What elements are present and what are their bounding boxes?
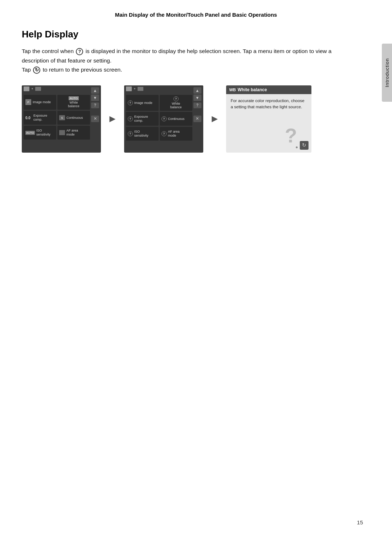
cam2-cell-iso: ? ISOsensitivity [126, 127, 159, 141]
cam1-cell-iso: AUTO ISOsensitivity [24, 126, 56, 140]
section-title: Help Display [22, 29, 363, 40]
cam2-img-mode-label: Image mode [134, 101, 152, 105]
description-paragraph: Tap the control when ? is displayed in t… [22, 47, 338, 74]
cam2-cont-label: Continuous [168, 117, 185, 121]
sidebar-tab: Introduction [382, 44, 392, 102]
cam1-cell-exposure: 0.0 Exposurecomp. [24, 111, 56, 125]
arrow-1: ► [107, 113, 118, 125]
cam1-q-btn[interactable]: ? [91, 102, 99, 108]
cam1-grid: P Image mode AUTO Whitebalance 0.0 Expos… [22, 93, 101, 142]
cam2-down-btn[interactable]: ▼ [193, 94, 201, 101]
cam1-cell-af: AF areamode [57, 126, 90, 140]
cam1-nav-col: ▲ ▼ ? ✕ [91, 87, 99, 122]
cam2-q-exp: ? [128, 116, 133, 121]
cam1-cell-image-mode: P Image mode [24, 95, 56, 110]
help-screen: WB White balance For accurate color repr… [226, 85, 311, 153]
cam2-cell-continuous: ? Continuous [160, 112, 192, 126]
diagrams-row: ▲ ▼ ? ✕ P Image mode AUTO Whitebalance [22, 85, 363, 153]
cam2-exp-label: Exposurecomp. [134, 115, 148, 123]
cam2-cell-wb: ? Whitebalance [160, 95, 192, 111]
cam2-q-btn[interactable]: ? [193, 102, 201, 108]
cam1-cont-label: Continuous [66, 116, 83, 120]
cam2-grid: ? Image mode ? Whitebalance ? Exposureco… [124, 93, 203, 143]
arrow-2: ► [210, 113, 220, 125]
cam2-top-bar [124, 85, 203, 92]
main-content: Help Display Tap the control when ? is d… [0, 25, 392, 167]
cam1-top-icons [24, 86, 41, 91]
cam2-wb-label: Whitebalance [170, 102, 182, 110]
cam2-q-cont: ? [162, 116, 167, 121]
wb-icon-label: WB [229, 88, 236, 92]
cam2-cell-image-mode: ? Image mode [126, 95, 159, 111]
help-dot [296, 146, 298, 148]
cam2-icon2 [138, 87, 143, 91]
cam1-img-mode-label: Image mode [33, 100, 51, 104]
cam1-wb-label: Whitebalance [68, 101, 79, 109]
desc-text-3: Tap [22, 67, 31, 73]
cam2-q-af: ? [162, 131, 167, 136]
cam1-icon-camera [24, 86, 29, 91]
cam1-x-btn[interactable]: ✕ [91, 116, 99, 122]
camera-screen-1: ▲ ▼ ? ✕ P Image mode AUTO Whitebalance [22, 85, 101, 153]
header-title: Main Display of the Monitor/Touch Panel … [115, 12, 277, 18]
help-title: White balance [238, 87, 267, 92]
cam1-cont-icon: S [59, 115, 65, 120]
cam1-dot1 [32, 88, 33, 89]
cam1-top-bar [22, 85, 101, 92]
help-big-question: ? [285, 124, 297, 147]
cam1-wb-badge: AUTO [69, 96, 79, 100]
cam1-iso-label: ISOsensitivity [36, 129, 50, 137]
cam1-icon2 [35, 87, 41, 91]
cam2-top-icons [126, 86, 143, 91]
cam2-x-btn[interactable]: ✕ [193, 116, 201, 122]
cam2-nav-col: ▲ ▼ ? ✕ [193, 87, 201, 122]
cam2-q-wb: ? [173, 96, 179, 101]
cam2-q-iso: ? [128, 131, 133, 136]
sidebar-label: Introduction [384, 58, 390, 87]
cam1-cell-continuous: S Continuous [57, 111, 90, 125]
cam2-cell-af: ? AF areamode [160, 127, 192, 141]
cam2-q-img: ? [128, 100, 133, 105]
cam1-up-btn[interactable]: ▲ [91, 87, 99, 94]
cam2-af-label: AF areamode [168, 130, 180, 138]
page-header: Main Display of the Monitor/Touch Panel … [0, 0, 392, 25]
cam1-cell-wb: AUTO Whitebalance [57, 95, 90, 110]
desc-text-1: Tap the control when [22, 48, 74, 54]
desc-text-4: to return to the previous screen. [43, 67, 122, 73]
cam2-iso-label: ISOsensitivity [134, 130, 148, 138]
cam1-exp-label: Exposurecomp. [33, 114, 47, 122]
question-icon: ? [76, 48, 83, 55]
cam2-up-btn[interactable]: ▲ [193, 87, 201, 94]
cam2-icon-camera [126, 86, 132, 91]
help-header: WB White balance [226, 85, 311, 94]
help-body: For accurate color reproduction, choose … [226, 94, 311, 114]
cam2-dot1 [134, 88, 135, 89]
cam1-af-label: AF areamode [66, 129, 78, 137]
camera-screen-2: ▲ ▼ ? ✕ ? Image mode ? Whitebalance [124, 85, 203, 153]
cam1-img-mode-icon: P [25, 99, 31, 105]
cam1-down-btn[interactable]: ▼ [91, 94, 99, 101]
help-body-text: For accurate color reproduction, choose … [230, 98, 304, 109]
page-number: 15 [357, 519, 363, 525]
cam2-cell-exposure: ? Exposurecomp. [126, 112, 159, 126]
cam1-af-icon [59, 130, 65, 135]
back-icon-inline: ↻ [33, 67, 40, 74]
help-back-button[interactable]: ↻ [300, 141, 309, 150]
